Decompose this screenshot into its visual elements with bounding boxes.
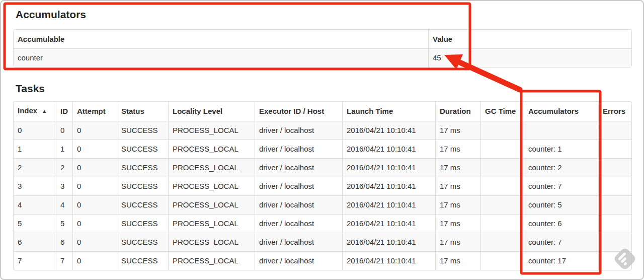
duration-cell: 17 ms xyxy=(435,251,480,270)
id-cell: 6 xyxy=(56,233,72,251)
accumulators-heading: Accumulators xyxy=(16,8,629,21)
executor-id-host-cell: driver / localhost xyxy=(255,121,342,139)
duration-cell: 17 ms xyxy=(435,233,480,251)
status-cell: SUCCESS xyxy=(117,214,168,233)
launch-time-cell: 2016/04/21 10:10:41 xyxy=(342,195,435,214)
launch-time-cell: 2016/04/21 10:10:41 xyxy=(342,233,435,251)
errors-cell xyxy=(598,139,631,158)
index-cell: 7 xyxy=(14,251,56,270)
tasks-header-row: Index▲IDAttemptStatusLocality LevelExecu… xyxy=(14,102,631,121)
executor-id-host-cell: driver / localhost xyxy=(255,158,342,177)
column-header-launch-time[interactable]: Launch Time xyxy=(342,102,435,121)
locality-level-cell: PROCESS_LOCAL xyxy=(168,214,255,233)
gc-time-cell xyxy=(480,251,524,270)
attempt-cell: 0 xyxy=(72,177,117,195)
duration-cell: 17 ms xyxy=(435,139,480,158)
duration-cell: 17 ms xyxy=(435,121,480,139)
index-cell: 6 xyxy=(14,233,56,251)
accumulator-row: counter 45 xyxy=(14,48,631,67)
id-cell: 2 xyxy=(56,158,72,177)
gc-time-cell xyxy=(480,158,524,177)
table-row: 770SUCCESSPROCESS_LOCALdriver / localhos… xyxy=(14,251,631,270)
launch-time-cell: 2016/04/21 10:10:41 xyxy=(342,251,435,270)
duration-cell: 17 ms xyxy=(435,195,480,214)
gc-time-cell xyxy=(480,233,524,251)
locality-level-cell: PROCESS_LOCAL xyxy=(168,195,255,214)
tasks-heading: Tasks xyxy=(16,82,629,95)
status-cell: SUCCESS xyxy=(117,195,168,214)
status-cell: SUCCESS xyxy=(117,177,168,195)
attempt-cell: 0 xyxy=(72,214,117,233)
executor-id-host-cell: driver / localhost xyxy=(255,251,342,270)
index-cell: 0 xyxy=(14,121,56,139)
id-cell: 0 xyxy=(56,121,72,139)
column-header-locality-level[interactable]: Locality Level xyxy=(168,102,255,121)
executor-id-host-cell: driver / localhost xyxy=(255,214,342,233)
page-content: Accumulators Accumulable Value counter 4… xyxy=(1,1,643,270)
status-cell: SUCCESS xyxy=(117,158,168,177)
gc-time-cell xyxy=(480,214,524,233)
errors-cell xyxy=(598,214,631,233)
tasks-table: Index▲IDAttemptStatusLocality LevelExecu… xyxy=(13,101,632,270)
accumulators-header-row: Accumulable Value xyxy=(14,30,631,48)
column-header-gc-time[interactable]: GC Time xyxy=(480,102,524,121)
duration-cell: 17 ms xyxy=(435,214,480,233)
attempt-cell: 0 xyxy=(72,251,117,270)
column-header-accumulators[interactable]: Accumulators xyxy=(524,102,598,121)
index-cell: 4 xyxy=(14,195,56,214)
column-header-index[interactable]: Index▲ xyxy=(14,102,56,121)
gc-time-cell xyxy=(480,177,524,195)
duration-cell: 17 ms xyxy=(435,177,480,195)
accumulators-table: Accumulable Value counter 45 xyxy=(13,29,632,67)
table-row: 550SUCCESSPROCESS_LOCALdriver / localhos… xyxy=(14,214,631,233)
page-frame: Accumulators Accumulable Value counter 4… xyxy=(0,0,644,280)
index-cell: 5 xyxy=(14,214,56,233)
accumulators-cell xyxy=(524,121,598,139)
id-cell: 5 xyxy=(56,214,72,233)
launch-time-cell: 2016/04/21 10:10:41 xyxy=(342,121,435,139)
column-header-executor-id-host[interactable]: Executor ID / Host xyxy=(255,102,342,121)
index-cell: 2 xyxy=(14,158,56,177)
watermark-icon xyxy=(611,245,639,273)
accumulators-cell: counter: 1 xyxy=(524,139,598,158)
table-row: 440SUCCESSPROCESS_LOCALdriver / localhos… xyxy=(14,195,631,214)
table-row: 330SUCCESSPROCESS_LOCALdriver / localhos… xyxy=(14,177,631,195)
launch-time-cell: 2016/04/21 10:10:41 xyxy=(342,139,435,158)
accumulators-cell: counter: 2 xyxy=(524,158,598,177)
launch-time-cell: 2016/04/21 10:10:41 xyxy=(342,158,435,177)
launch-time-cell: 2016/04/21 10:10:41 xyxy=(342,214,435,233)
accumulators-cell: counter: 7 xyxy=(524,177,598,195)
status-cell: SUCCESS xyxy=(117,139,168,158)
id-cell: 4 xyxy=(56,195,72,214)
launch-time-cell: 2016/04/21 10:10:41 xyxy=(342,177,435,195)
column-header-status[interactable]: Status xyxy=(117,102,168,121)
locality-level-cell: PROCESS_LOCAL xyxy=(168,251,255,270)
table-row: 660SUCCESSPROCESS_LOCALdriver / localhos… xyxy=(14,233,631,251)
errors-cell xyxy=(598,195,631,214)
status-cell: SUCCESS xyxy=(117,233,168,251)
locality-level-cell: PROCESS_LOCAL xyxy=(168,233,255,251)
gc-time-cell xyxy=(480,195,524,214)
duration-cell: 17 ms xyxy=(435,158,480,177)
column-header-id[interactable]: ID xyxy=(56,102,72,121)
index-cell: 1 xyxy=(14,139,56,158)
locality-level-cell: PROCESS_LOCAL xyxy=(168,121,255,139)
column-header-attempt[interactable]: Attempt xyxy=(72,102,117,121)
column-header-value[interactable]: Value xyxy=(428,30,631,48)
status-cell: SUCCESS xyxy=(117,121,168,139)
gc-time-cell xyxy=(480,139,524,158)
column-header-duration[interactable]: Duration xyxy=(435,102,480,121)
locality-level-cell: PROCESS_LOCAL xyxy=(168,177,255,195)
attempt-cell: 0 xyxy=(72,195,117,214)
errors-cell xyxy=(598,121,631,139)
attempt-cell: 0 xyxy=(72,121,117,139)
locality-level-cell: PROCESS_LOCAL xyxy=(168,158,255,177)
locality-level-cell: PROCESS_LOCAL xyxy=(168,139,255,158)
executor-id-host-cell: driver / localhost xyxy=(255,195,342,214)
accumulators-cell: counter: 17 xyxy=(524,251,598,270)
executor-id-host-cell: driver / localhost xyxy=(255,177,342,195)
column-header-errors[interactable]: Errors xyxy=(598,102,631,121)
attempt-cell: 0 xyxy=(72,158,117,177)
gc-time-cell xyxy=(480,121,524,139)
column-header-accumulable[interactable]: Accumulable xyxy=(14,30,428,48)
